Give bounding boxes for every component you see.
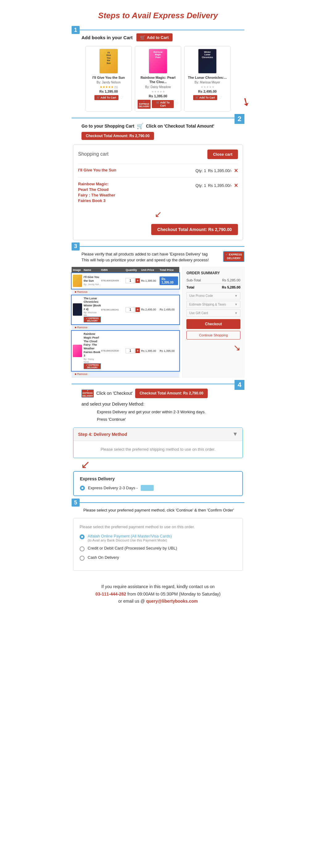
arrow-step4: ↙ [81, 458, 244, 471]
unit-row1: Rs 1,395.00 [141, 279, 160, 282]
step-5-section: 5 Please select your preferred payment m… [72, 502, 244, 571]
cart-item-1-title: I'll Give You the Sun [78, 168, 116, 173]
book-author-2: By: Daisy Meadow [138, 85, 178, 89]
book-actions-2: EXPRESSDELIVERY 🛒 Add To Cart ♡ [138, 100, 178, 109]
col-isbn: ISBN [101, 269, 126, 272]
cart-emoji: 🛒 [137, 123, 143, 129]
unit-row2: Rs 2,495.00 [141, 308, 160, 311]
express-delivery-option: Express Delivery Express Delivery 2-3 Da… [73, 471, 243, 496]
order-table-container: Image Name ISBN Quantity Unit Price Tota… [72, 267, 244, 378]
remove-btn-row2[interactable]: ■ Remove [73, 325, 89, 330]
remove-btn-row3[interactable]: ■ Remove [73, 372, 89, 376]
payment-option-1[interactable]: Alfalah Online Payment (All Master/Visa … [80, 534, 236, 542]
add-to-cart-btn-3[interactable]: 🛒 Add To Cart [193, 95, 217, 100]
remove-item-1[interactable]: ✕ [234, 168, 238, 174]
delivery-method-body: Please select the preferred shipping met… [73, 441, 243, 458]
cart-item-2-title-4: Fairies Book 3 [78, 198, 115, 204]
page-wrapper: Steps to Avail Express Delivery 1 Add bo… [69, 0, 247, 618]
table-row-2: The Lunar Chronicles: Winter (Book # 4) … [72, 295, 179, 324]
express-delivery-radio[interactable]: Express Delivery 2-3 Days - [80, 485, 236, 491]
subtotal-label: Sub-Total [186, 278, 201, 282]
table-row-3: Rainbow Magic Pearl The Cloud Fairy: The… [72, 331, 179, 371]
book-title-1: I'll Give You the Sun [88, 75, 129, 80]
add-to-cart-btn-1[interactable]: 🛒 Add To Cart [95, 95, 118, 100]
book-card-1: I'llGiveYoutheSun I'll Give You the Sun … [85, 46, 132, 112]
payment-option-2[interactable]: Credit or Debit Card (Processed Securely… [80, 546, 236, 551]
table-header: Image Name ISBN Quantity Unit Price Tota… [72, 267, 179, 273]
book-name-row3: Rainbow Magic Pearl The Cloud Fairy: The… [84, 332, 101, 369]
qty-row3: 1 + [126, 348, 141, 353]
book-actions-3: 🛒 Add To Cart ♡ [187, 95, 228, 100]
gift-card-field[interactable]: Use Gift Card ▼ [186, 310, 240, 317]
book-title-3: The Lunar Chronicles:... [187, 75, 228, 80]
express-badge-row2: ✓ EXPRESS DELIVERY [84, 317, 101, 322]
payment-option-1-sub: (to Avail any Bank Discount Use this Pay… [87, 538, 172, 542]
continue-shopping-button[interactable]: Continue Shopping [186, 331, 240, 339]
cart-title: Shopping cart [78, 151, 109, 157]
book-thumb-row2 [73, 303, 82, 316]
col-qty: Quantity [126, 269, 141, 272]
delivery-method-title: Step 4: Delivery Method [78, 432, 127, 437]
radio-alfalah-icon [80, 534, 84, 539]
step-4-section: 4 ✓ EXPRESSDELIVERY Click on 'Checkout' … [72, 384, 244, 496]
book-actions-1: 🛒 Add To Cart ♡ [88, 95, 129, 100]
checkout-total-button-step4[interactable]: Checkout Total Amount: Rs 2,790.00 [135, 389, 208, 398]
step-4-instruction-1: Click on 'Checkout' [96, 390, 133, 397]
book-thumb-row1 [73, 275, 82, 287]
book-thumb-row3 [73, 345, 82, 357]
isbn-row2: 9781941160241 [101, 308, 126, 311]
books-grid: I'llGiveYoutheSun I'll Give You the Sun … [72, 46, 244, 112]
remove-row1: ■ Remove [72, 289, 179, 295]
payment-option-3-label: Cash On Delivery [87, 555, 119, 560]
cart-item-2-title-2: Pearl The Cloud [78, 187, 115, 192]
checkout-button[interactable]: Checkout [186, 319, 240, 329]
checkout-total-button-step2[interactable]: Checkout Total Amount: Rs 2,790.00 [81, 132, 154, 140]
promo-code-field[interactable]: Use Promo Code ▼ [186, 292, 240, 299]
payment-option-1-label: Alfalah Online Payment (All Master/Visa … [87, 534, 172, 538]
express-delivery-label: Express Delivery [80, 476, 236, 481]
radio-selected-icon [80, 486, 85, 491]
add-to-cart-button[interactable]: 🛒 Add to Cart [136, 33, 173, 41]
shopping-cart-box: Shopping cart Close cart I'll Give You t… [73, 145, 243, 240]
step-4-number: 4 [235, 380, 244, 390]
step-4-instruction-3: Express Delivery and get your order with… [97, 409, 244, 415]
cart-item-1: I'll Give You the Sun Qty: 1 Rs 1,395.00… [78, 164, 238, 177]
step-1-header: Add books in your Cart 🛒 Add to Cart [81, 33, 244, 41]
contact-email: query@libertybooks.com [146, 599, 198, 603]
payment-option-3[interactable]: Cash On Delivery [80, 555, 236, 561]
book-author-3: By: Marissa Meyer [187, 81, 228, 84]
step-3-instruction-2: This will help us prioritize your order … [81, 258, 209, 262]
checkout-total-amount[interactable]: Checkout Total Amount: Rs 2,790.00 [151, 224, 238, 235]
col-image: Image [73, 269, 84, 272]
chevron-down-icon: ▼ [232, 431, 238, 437]
book-cover-1: I'llGiveYoutheSun [99, 49, 118, 73]
remove-item-2[interactable]: ✕ [234, 183, 238, 188]
arrow-to-checkout: ↙ [78, 209, 238, 219]
delivery-method-header[interactable]: Step 4: Delivery Method ▼ [73, 428, 243, 441]
book-cover-3: WinterLunarChronicles [198, 49, 217, 73]
contact-line-1: If you require assistance in this regard… [75, 583, 241, 591]
cart-item-2-title-3: Fairy : The Weather [78, 192, 115, 198]
wishlist-icon-3[interactable]: ♡ [218, 95, 222, 100]
step-5-number: 5 [72, 499, 80, 506]
book-name-row2: The Lunar Chronicles: Winter (Book # 4) … [84, 297, 101, 323]
close-cart-button[interactable]: Close cart [207, 150, 238, 159]
unit-row3: Rs 1,395.00 [141, 349, 160, 352]
order-summary-title: ORDER SUMMARY [186, 271, 240, 275]
radio-cod-icon [80, 556, 84, 561]
order-table: Image Name ISBN Quantity Unit Price Tota… [72, 267, 179, 378]
wishlist-icon-2[interactable]: ♡ [175, 102, 178, 106]
step-3-instruction-1: Please verify that all products added to… [81, 252, 208, 256]
wishlist-icon-1[interactable]: ♡ [120, 95, 123, 100]
delivery-method-box: Step 4: Delivery Method ▼ Please select … [73, 428, 243, 458]
cart-item-1-qty-price: Qty: 1 Rs 1,395.00/- ✕ [195, 168, 238, 174]
book-stars-1: ★★★★★ (5) [88, 85, 129, 89]
book-price-3: Rs 2,495.00 [187, 90, 228, 93]
step-1-number: 1 [72, 26, 80, 34]
subtotal-value: Rs 5,285.00 [222, 278, 240, 282]
remove-btn-row1[interactable]: ■ Remove [73, 290, 89, 294]
qty-row2: 1 + [126, 307, 141, 312]
add-to-cart-btn-2[interactable]: 🛒 Add To Cart [152, 100, 174, 108]
book-cover-2: RainbowMagicPearl [149, 49, 167, 73]
shipping-taxes-field[interactable]: Estimate Shipping & Taxes ▼ [186, 301, 240, 308]
